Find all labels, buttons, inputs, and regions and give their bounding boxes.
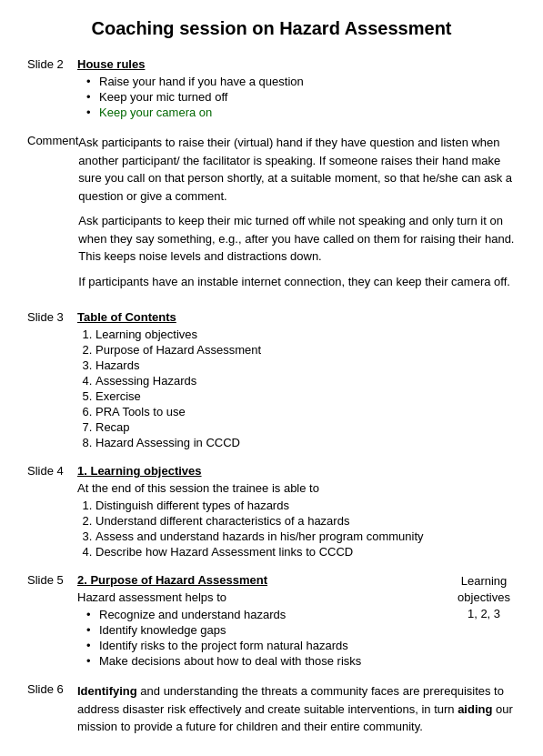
comment-paragraph: If participants have an instable interne… xyxy=(78,273,516,291)
content-slide5: 2. Purpose of Hazard AssessmentHazard as… xyxy=(77,573,516,670)
numbered-item: Exercise xyxy=(96,389,516,403)
numbered-item: Recap xyxy=(96,420,516,434)
label-slide2: Slide 2 xyxy=(27,57,77,71)
numbered-item: Distinguish different types of hazards xyxy=(96,499,516,512)
section-comment: CommentAsk participants to raise their (… xyxy=(27,134,516,297)
label-slide3: Slide 3 xyxy=(27,310,77,324)
content-slide6: Identifying and understanding the threat… xyxy=(77,682,516,736)
slide6-text: Identifying and understanding the threat… xyxy=(77,682,516,736)
section-slide3: Slide 3Table of ContentsLearning objecti… xyxy=(27,310,516,451)
slide-title-slide2: House rules xyxy=(77,57,516,71)
numbered-list: Learning objectivesPurpose of Hazard Ass… xyxy=(96,328,516,449)
comment-text: Ask participants to raise their (virtual… xyxy=(78,134,516,290)
content-slide4: 1. Learning objectivesAt the end of this… xyxy=(77,464,516,560)
slide5-wrapper: 2. Purpose of Hazard AssessmentHazard as… xyxy=(77,573,516,670)
label-slide4: Slide 4 xyxy=(27,464,77,478)
section-slide2: Slide 2House rulesRaise your hand if you… xyxy=(27,57,516,121)
sidebar-line1: Learning xyxy=(461,574,508,588)
slide5-bullets: Recognize and understand hazardsIdentify… xyxy=(86,608,443,668)
numbered-item: Purpose of Hazard Assessment xyxy=(96,343,516,357)
slide5-bullet-item: Identify risks to the project form natur… xyxy=(86,639,443,652)
numbered-item: Understand different characteristics of … xyxy=(96,514,516,528)
section-slide4: Slide 41. Learning objectivesAt the end … xyxy=(27,464,516,560)
comment-paragraph: Ask participants to raise their (virtual… xyxy=(78,134,516,205)
numbered-item: Assessing Hazards xyxy=(96,374,516,388)
label-slide5: Slide 5 xyxy=(27,573,77,587)
comment-paragraph: Ask participants to keep their mic turne… xyxy=(78,212,516,266)
bullet-item: Raise your hand if you have a question xyxy=(86,75,516,88)
label-comment: Comment xyxy=(27,134,78,147)
slide-title-slide4: 1. Learning objectives xyxy=(77,464,516,478)
numbered-item: Assess and understand hazards in his/her… xyxy=(96,529,516,543)
numbered-item: PRA Tools to use xyxy=(96,405,516,418)
numbered-item: Learning objectives xyxy=(96,328,516,341)
slide5-sidebar: Learningobjectives1, 2, 3 xyxy=(452,573,516,623)
content-slide3: Table of ContentsLearning objectivesPurp… xyxy=(77,310,516,451)
bullet-list: Raise your hand if you have a questionKe… xyxy=(86,75,516,119)
numbered-item: Describe how Hazard Assessment links to … xyxy=(96,545,516,559)
slide-title-slide3: Table of Contents xyxy=(77,310,516,324)
section-slide5: Slide 52. Purpose of Hazard AssessmentHa… xyxy=(27,573,516,670)
slide5-subtitle: Hazard assessment helps to xyxy=(77,590,443,604)
sidebar-line3: 1, 2, 3 xyxy=(468,607,500,620)
slide5-left: 2. Purpose of Hazard AssessmentHazard as… xyxy=(77,573,443,670)
content-slide2: House rulesRaise your hand if you have a… xyxy=(77,57,516,121)
bullet-item: Keep your mic turned off xyxy=(86,90,516,104)
label-slide6: Slide 6 xyxy=(27,682,77,696)
section-slide6: Slide 6Identifying and understanding the… xyxy=(27,682,516,736)
numbered-item: Hazard Assessing in CCCD xyxy=(96,436,516,449)
page-title: Coaching session on Hazard Assessment xyxy=(27,18,516,39)
content-comment: Ask participants to raise their (virtual… xyxy=(78,134,516,297)
slide5-bullet-item: Make decisions about how to deal with th… xyxy=(86,654,443,668)
numbered-list: Distinguish different types of hazardsUn… xyxy=(96,499,516,559)
slide-title-slide5: 2. Purpose of Hazard Assessment xyxy=(77,573,443,587)
slide5-bullet-item: Recognize and understand hazards xyxy=(86,608,443,621)
slide5-bullet-item: Identify knowledge gaps xyxy=(86,623,443,637)
bullet-item: Keep your camera on xyxy=(86,106,516,119)
numbered-item: Hazards xyxy=(96,358,516,372)
slide-subtitle: At the end of this session the trainee i… xyxy=(77,481,516,495)
sidebar-line2: objectives xyxy=(458,590,510,604)
